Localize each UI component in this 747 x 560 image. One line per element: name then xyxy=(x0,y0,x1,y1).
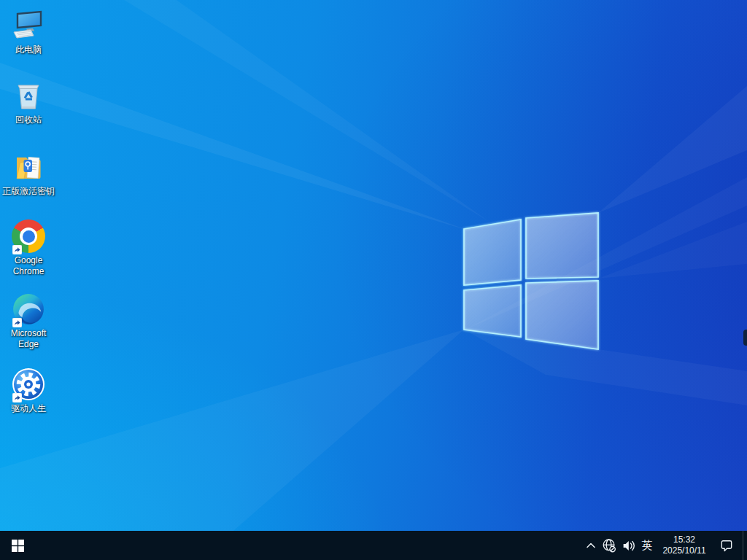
desktop-icon-activation-key[interactable]: 正版激活密钥 xyxy=(0,147,57,197)
desktop-icon-label: 正版激活密钥 xyxy=(2,186,55,197)
clock-date: 2025/10/11 xyxy=(662,545,705,556)
desktop-icon-this-pc[interactable]: 此电脑 xyxy=(0,6,57,55)
google-chrome-icon xyxy=(12,217,45,253)
desktop-icon-label: Microsoft Edge xyxy=(0,328,57,350)
tray-volume-button[interactable] xyxy=(619,531,638,560)
chevron-up-icon xyxy=(584,539,597,552)
windows-start-icon xyxy=(12,540,24,552)
driver-life-gear-icon xyxy=(12,365,45,401)
shortcut-arrow-icon xyxy=(12,244,22,254)
speaker-icon xyxy=(622,539,635,553)
tray-ime-indicator[interactable]: 英 xyxy=(638,531,657,560)
desktop-icon-google-chrome[interactable]: Google Chrome xyxy=(0,217,57,277)
activation-key-folder-icon xyxy=(12,147,45,184)
action-center-icon xyxy=(719,538,734,553)
desktop-icon-driver-life[interactable]: 驱动人生 xyxy=(0,365,57,414)
desktop-icon-recycle-bin[interactable]: 回收站 xyxy=(0,76,57,125)
desktop-icon-microsoft-edge[interactable]: Microsoft Edge xyxy=(0,289,57,350)
shortcut-arrow-icon xyxy=(12,392,22,402)
desktop-icon-label: 回收站 xyxy=(15,114,42,125)
desktop-icon-label: 此电脑 xyxy=(15,44,42,55)
shortcut-arrow-icon xyxy=(12,317,22,327)
desktop[interactable]: 此电脑 回收站 xyxy=(0,0,747,531)
desktop-icon-label: 驱动人生 xyxy=(11,403,46,414)
desktop-icon-label: Google Chrome xyxy=(0,255,57,277)
recycle-bin-icon xyxy=(12,76,44,112)
screen-edge-handle[interactable] xyxy=(743,330,747,346)
clock-time: 15:32 xyxy=(673,534,695,545)
wallpaper-light-rays xyxy=(0,0,747,531)
windows-logo-wallpaper xyxy=(464,213,598,349)
microsoft-edge-icon xyxy=(12,289,45,326)
tray-hidden-icons-button[interactable] xyxy=(582,531,600,560)
taskbar: 英 15:32 2025/10/11 xyxy=(0,531,747,560)
action-center-button[interactable] xyxy=(712,531,741,560)
tray-network-button[interactable] xyxy=(600,531,619,560)
system-tray: 英 15:32 2025/10/11 xyxy=(582,531,747,560)
globe-no-internet-icon xyxy=(602,538,616,553)
start-button[interactable] xyxy=(0,531,35,560)
show-desktop-button[interactable] xyxy=(743,531,747,560)
this-pc-icon xyxy=(11,6,46,42)
tray-clock[interactable]: 15:32 2025/10/11 xyxy=(657,531,712,560)
windows-desktop-screen: 此电脑 回收站 xyxy=(0,0,747,560)
